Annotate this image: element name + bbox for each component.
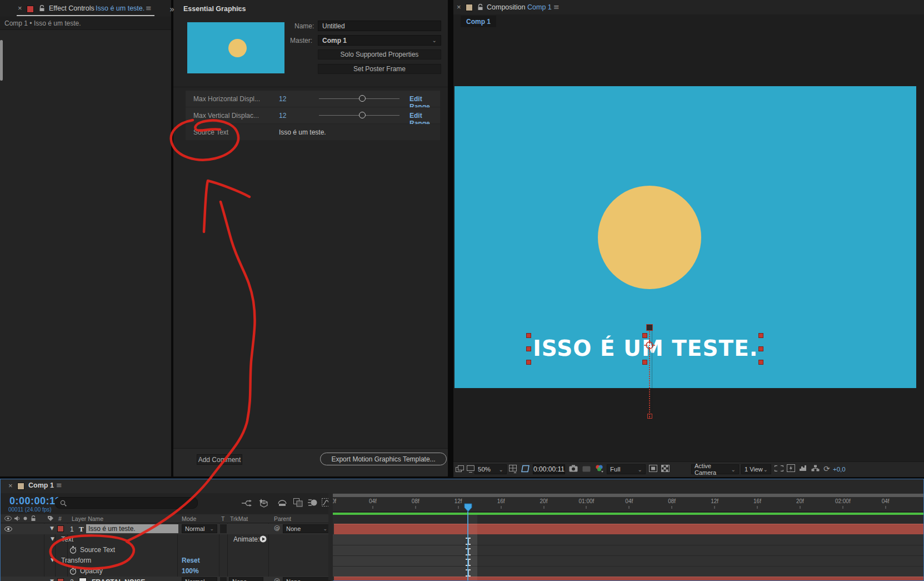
target-region-icon[interactable]: [649, 465, 657, 472]
snapshot-camera-icon[interactable]: [569, 465, 578, 472]
layer-name[interactable]: FRACTAL NOISE: [92, 578, 145, 581]
exposure-offset-value[interactable]: +0,0: [833, 466, 846, 473]
outline-track-divider[interactable]: [328, 493, 333, 580]
grid-guides-icon[interactable]: [509, 465, 518, 473]
layer-search-input[interactable]: [55, 497, 198, 509]
close-icon[interactable]: ×: [8, 481, 13, 490]
composition-panel-title[interactable]: Composition: [487, 3, 525, 11]
panel-menu-icon[interactable]: ≡: [56, 481, 62, 489]
selection-handle[interactable]: [758, 346, 763, 351]
selection-handle[interactable]: [526, 360, 531, 365]
composition-tab[interactable]: Comp 1: [461, 16, 496, 27]
column-mode[interactable]: Mode: [182, 515, 196, 522]
trkmat-empty-cell[interactable]: [220, 577, 227, 581]
column-trkmat[interactable]: TrkMat: [230, 515, 248, 522]
trkmat-empty-cell[interactable]: [220, 524, 227, 533]
property-value[interactable]: 12: [279, 112, 286, 120]
trkmat-select[interactable]: None ⌄: [229, 577, 263, 581]
selection-handle[interactable]: [526, 333, 531, 338]
toggle-mask-icon[interactable]: [775, 465, 783, 471]
group-label[interactable]: Transform: [61, 557, 91, 564]
view-layout-select[interactable]: 1 View ⌄: [741, 464, 771, 474]
close-icon[interactable]: ×: [18, 4, 22, 12]
source-text-row[interactable]: Source Text: [1, 545, 333, 555]
canvas-circle-shape[interactable]: [598, 186, 701, 289]
layer1-duration-bar[interactable]: [334, 524, 923, 535]
property-label[interactable]: Source Text: [80, 546, 115, 554]
set-poster-frame-button[interactable]: Set Poster Frame: [318, 64, 441, 74]
monitor-icon[interactable]: [467, 465, 475, 473]
slider-knob[interactable]: [359, 112, 366, 118]
close-icon[interactable]: ×: [457, 3, 461, 11]
frame-blending-icon[interactable]: [293, 498, 303, 507]
layer-row-1[interactable]: ▼ 1 T Isso é um teste. Normal ⌄ @ None ⌄: [1, 524, 333, 534]
composition-mini-flowchart-icon[interactable]: [241, 499, 252, 507]
playhead-line[interactable]: [467, 512, 468, 580]
time-ruler[interactable]: 0:00f04f08f12f16f20f01:00f04f08f12f16f20…: [333, 497, 923, 512]
layer-label-swatch[interactable]: [57, 525, 64, 532]
layer-row-2[interactable]: ▼ 2 FRACTAL NOISE Normal ⌄ None ⌄ @ None…: [1, 577, 333, 581]
group-label[interactable]: Text: [61, 535, 73, 543]
layer-label-swatch[interactable]: [57, 578, 64, 581]
motion-path-end-handle[interactable]: [647, 414, 652, 419]
stopwatch-icon[interactable]: [69, 567, 77, 575]
reset-link[interactable]: Reset: [182, 557, 200, 564]
selection-handle[interactable]: [642, 333, 647, 338]
panel-menu-icon[interactable]: ≡: [146, 4, 152, 12]
property-value[interactable]: Isso é um teste.: [279, 128, 326, 136]
transform-group-row[interactable]: ▼ Transform Reset: [1, 555, 333, 566]
expand-triangle-icon[interactable]: ▼: [51, 536, 54, 542]
resolution-select[interactable]: Full ⌄: [607, 464, 646, 474]
export-template-button[interactable]: Export Motion Graphics Template...: [320, 453, 447, 465]
parent-pickwhip-icon[interactable]: @: [274, 577, 280, 581]
region-of-interest-icon[interactable]: [521, 465, 531, 473]
column-layer-name[interactable]: Layer Name: [72, 515, 103, 522]
draft-3d-icon[interactable]: [259, 498, 269, 508]
layer2-duration-bar[interactable]: [334, 577, 923, 580]
layer-in-point-handle[interactable]: [646, 324, 653, 331]
layer-name[interactable]: Isso é um teste.: [86, 524, 178, 533]
expand-triangle-icon[interactable]: ▼: [51, 557, 54, 563]
histogram-icon[interactable]: [799, 465, 807, 471]
stopwatch-icon[interactable]: [69, 546, 77, 554]
motion-blur-icon[interactable]: [308, 498, 318, 507]
solo-supported-properties-button[interactable]: Solo Supported Properties: [318, 49, 441, 59]
parent-select[interactable]: None ⌄: [283, 577, 331, 581]
exposure-toggle-icon[interactable]: [787, 464, 795, 472]
name-input[interactable]: Untitled: [318, 21, 441, 31]
master-select[interactable]: Comp 1 ⌄: [318, 35, 441, 46]
layer-color-swatch[interactable]: [27, 6, 34, 13]
playhead-marker[interactable]: [464, 503, 472, 512]
selection-handle[interactable]: [758, 360, 763, 365]
add-comment-button[interactable]: Add Comment: [197, 454, 242, 465]
panel-menu-icon[interactable]: ≡: [236, 4, 242, 13]
opacity-row[interactable]: Opacity 100%: [1, 566, 333, 577]
channel-rgb-icon[interactable]: [595, 464, 604, 473]
effect-controls-body[interactable]: [0, 30, 171, 476]
opacity-value[interactable]: 100%: [182, 567, 199, 575]
selection-handle[interactable]: [526, 346, 531, 351]
comp-color-swatch[interactable]: [17, 483, 24, 490]
toolbar-timecode[interactable]: 0:00:00:11: [533, 464, 565, 474]
reset-exposure-icon[interactable]: ⟳: [823, 464, 830, 473]
show-snapshot-icon[interactable]: [582, 465, 591, 472]
column-parent[interactable]: Parent: [274, 515, 291, 522]
zoom-select[interactable]: 50% ⌄: [475, 464, 507, 474]
selection-handle[interactable]: [642, 360, 647, 365]
parent-pickwhip-icon[interactable]: @: [274, 524, 280, 532]
layered-windows-icon[interactable]: [456, 465, 464, 473]
current-timecode[interactable]: 0:00:00:11: [9, 495, 61, 507]
parent-select[interactable]: None ⌄: [283, 524, 331, 533]
vertical-scrollbar[interactable]: [0, 40, 3, 81]
comp-color-swatch[interactable]: [466, 4, 473, 11]
property-value[interactable]: 12: [279, 95, 286, 103]
property-label[interactable]: Max Horizontal Displ...: [193, 95, 260, 103]
anchor-point-icon[interactable]: [643, 339, 656, 352]
property-label[interactable]: Max Vertical Displac...: [193, 112, 259, 120]
blend-mode-select[interactable]: Normal ⌄: [182, 577, 217, 581]
column-t[interactable]: T: [221, 515, 224, 522]
lock-icon[interactable]: [477, 4, 483, 11]
animate-add-icon[interactable]: [259, 535, 267, 543]
camera-select[interactable]: Active Camera ⌄: [691, 464, 739, 474]
effect-controls-tab-title[interactable]: Effect Controls: [49, 4, 94, 12]
